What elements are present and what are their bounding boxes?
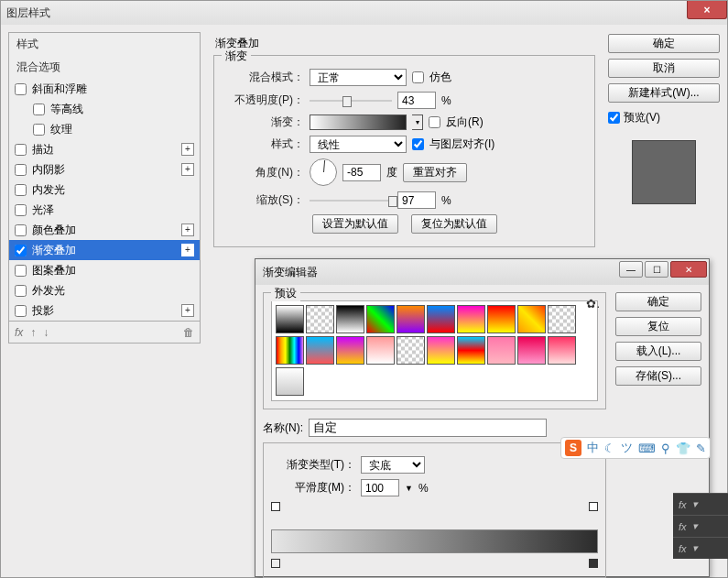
sidebar-item[interactable]: 投影+	[9, 300, 200, 321]
opacity-slider[interactable]	[310, 94, 392, 107]
gradient-swatch[interactable]	[457, 336, 485, 365]
reset-default-button[interactable]: 复位为默认值	[411, 214, 497, 234]
gradient-swatch[interactable]	[336, 305, 364, 333]
sidebar-item[interactable]: 渐变叠加+	[9, 240, 200, 260]
sidebar-item-checkbox[interactable]	[15, 164, 27, 176]
sidebar-item-checkbox[interactable]	[15, 285, 27, 297]
color-stop-right[interactable]	[589, 559, 598, 568]
style-select[interactable]: 线性	[310, 136, 407, 153]
plus-icon[interactable]: +	[181, 163, 194, 176]
opacity-input[interactable]	[397, 92, 436, 109]
ge-titlebar[interactable]: 渐变编辑器 — ☐ ✕	[255, 259, 709, 285]
sidebar-header-styles[interactable]: 样式	[9, 33, 200, 56]
ime-item[interactable]: 中	[587, 440, 599, 456]
reverse-checkbox[interactable]	[429, 116, 440, 128]
fx-row[interactable]: fx▾	[673, 537, 728, 559]
blend-mode-select[interactable]: 正常	[310, 69, 407, 86]
scale-slider[interactable]	[310, 194, 392, 207]
ime-toolbar[interactable]: S 中 ☾ ツ ⌨ ⚲ 👕 ✎	[560, 437, 711, 459]
sidebar-item-checkbox[interactable]	[15, 265, 27, 277]
plus-icon[interactable]: +	[181, 244, 194, 256]
sidebar-item[interactable]: 外发光	[9, 280, 200, 300]
gradient-swatch[interactable]	[487, 336, 516, 365]
name-input[interactable]	[309, 419, 547, 437]
angle-dial[interactable]	[310, 158, 337, 186]
smooth-dropdown-icon[interactable]: ▼	[405, 484, 413, 493]
ge-save-button[interactable]: 存储(S)...	[615, 366, 701, 386]
sidebar-item[interactable]: 纹理	[9, 119, 200, 139]
angle-input[interactable]	[342, 164, 381, 181]
preview-checkbox[interactable]	[608, 112, 620, 124]
sidebar-item-checkbox[interactable]	[15, 184, 27, 196]
gradient-swatch[interactable]	[548, 336, 576, 365]
opacity-stop-left[interactable]	[271, 502, 280, 511]
sidebar-item[interactable]: 内阴影+	[9, 159, 200, 180]
gradient-swatch[interactable]	[548, 305, 576, 333]
sidebar-item-checkbox[interactable]	[15, 224, 27, 236]
main-close-button[interactable]: ×	[687, 1, 727, 19]
smooth-input[interactable]	[361, 479, 399, 496]
gradient-swatch[interactable]	[397, 336, 425, 365]
new-style-button[interactable]: 新建样式(W)...	[608, 83, 720, 103]
ge-ok-button[interactable]: 确定	[615, 292, 701, 311]
ime-item[interactable]: ⌨	[638, 442, 656, 455]
reset-align-button[interactable]: 重置对齐	[403, 163, 467, 182]
ime-item[interactable]: ☾	[604, 442, 615, 455]
sidebar-header-blend[interactable]: 混合选项	[9, 56, 200, 79]
ime-item[interactable]: ✎	[696, 442, 706, 455]
sidebar-item[interactable]: 光泽	[9, 200, 200, 220]
sidebar-item-checkbox[interactable]	[33, 124, 45, 136]
plus-icon[interactable]: +	[181, 224, 194, 236]
gtype-select[interactable]: 实底	[361, 456, 425, 474]
trash-icon[interactable]: 🗑	[183, 326, 194, 339]
ge-minimize-button[interactable]: —	[619, 261, 643, 278]
sidebar-item-checkbox[interactable]	[15, 83, 27, 95]
gradient-swatch[interactable]	[276, 336, 304, 365]
opacity-stop-right[interactable]	[589, 502, 598, 511]
fx-row[interactable]: fx▾	[673, 493, 728, 515]
ge-close-button[interactable]: ✕	[670, 261, 707, 278]
opacity-stops-row[interactable]	[271, 502, 598, 513]
align-checkbox[interactable]	[412, 138, 424, 150]
ime-item[interactable]: 👕	[676, 442, 690, 455]
ime-logo-icon[interactable]: S	[565, 440, 581, 456]
ime-item[interactable]: ⚲	[661, 442, 670, 455]
sidebar-item-checkbox[interactable]	[15, 245, 27, 256]
ge-reset-button[interactable]: 复位	[615, 317, 701, 336]
sidebar-item[interactable]: 斜面和浮雕	[9, 79, 200, 99]
gradient-swatch[interactable]	[306, 305, 334, 333]
cancel-button[interactable]: 取消	[608, 59, 720, 78]
gradient-swatch[interactable]	[457, 305, 485, 333]
ge-load-button[interactable]: 载入(L)...	[615, 342, 701, 361]
fx-row[interactable]: fx▾	[673, 515, 728, 537]
arrow-down-icon[interactable]: ↓	[43, 326, 49, 339]
ok-button[interactable]: 确定	[608, 34, 720, 53]
gradient-swatch[interactable]	[276, 367, 304, 396]
sidebar-item[interactable]: 内发光	[9, 180, 200, 200]
gradient-swatch[interactable]	[366, 305, 395, 333]
ime-item[interactable]: ツ	[621, 440, 633, 456]
gradient-swatch[interactable]	[397, 305, 425, 333]
arrow-up-icon[interactable]: ↑	[30, 326, 36, 339]
sidebar-item-checkbox[interactable]	[33, 104, 45, 115]
gradient-swatch[interactable]	[517, 305, 546, 333]
gradient-swatch[interactable]	[336, 336, 364, 365]
gradient-swatch[interactable]	[427, 336, 455, 365]
sidebar-item-checkbox[interactable]	[15, 305, 27, 317]
gradient-swatch[interactable]	[366, 336, 395, 365]
ge-maximize-button[interactable]: ☐	[645, 261, 668, 278]
plus-icon[interactable]: +	[181, 304, 194, 317]
scale-input[interactable]	[397, 191, 436, 209]
sidebar-item-checkbox[interactable]	[15, 204, 27, 216]
gear-icon[interactable]: ✿.	[586, 297, 600, 311]
gradient-dropdown-icon[interactable]: ▾	[412, 115, 423, 130]
make-default-button[interactable]: 设置为默认值	[312, 214, 398, 234]
gradient-bar[interactable]	[271, 529, 598, 553]
sidebar-item[interactable]: 图案叠加	[9, 260, 200, 280]
sidebar-item[interactable]: 描边+	[9, 139, 200, 159]
sidebar-item-checkbox[interactable]	[15, 144, 27, 156]
sidebar-item[interactable]: 等高线	[9, 99, 200, 119]
color-stop-left[interactable]	[271, 559, 280, 568]
gradient-swatch[interactable]	[517, 336, 546, 365]
gradient-swatch[interactable]	[306, 336, 334, 365]
